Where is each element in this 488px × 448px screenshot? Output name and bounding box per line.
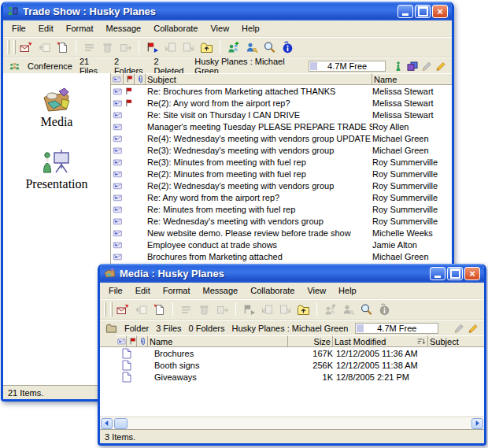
message-row[interactable]: Re(3): Wednesday's meeting with vendors …	[111, 144, 452, 156]
menu-message[interactable]: Message	[197, 284, 245, 297]
new-document-button[interactable]	[150, 302, 168, 318]
column-header-size[interactable]: Size	[288, 335, 333, 346]
sidebar-item-media[interactable]: Media	[41, 86, 73, 129]
message-row[interactable]: Re: Wednesday's meeting with vendors gro…	[111, 215, 452, 227]
column-header-name[interactable]: Name	[148, 335, 288, 346]
menu-collaborate[interactable]: Collaborate	[244, 284, 301, 297]
permissions-button[interactable]	[242, 39, 261, 56]
maximize-button[interactable]	[447, 267, 463, 280]
file-row[interactable]: Brochures167K12/12/2005 11:36 AM	[100, 347, 484, 359]
scroll-right-button[interactable]	[471, 418, 483, 429]
media-title-bar[interactable]: Media : Husky Planes ×	[100, 264, 484, 283]
permissions-button[interactable]	[339, 302, 357, 318]
menu-message[interactable]: Message	[100, 22, 148, 35]
parent-folder-button[interactable]	[294, 302, 312, 318]
menu-edit[interactable]: Edit	[129, 284, 157, 297]
trade-show-title-bar[interactable]: Trade Show : Husky Planes ×	[3, 2, 452, 20]
menu-format[interactable]: Format	[60, 22, 100, 35]
minimize-button[interactable]	[430, 267, 445, 280]
reply-original-button[interactable]	[161, 39, 179, 56]
message-row[interactable]: Brochures from Marketing attachedMichael…	[111, 250, 452, 262]
message-row[interactable]: Re(2): Wednesday's meeting with vendors …	[111, 180, 452, 191]
menu-edit[interactable]: Edit	[32, 22, 60, 35]
menu-file[interactable]: File	[6, 22, 32, 35]
close-button[interactable]: ×	[464, 267, 480, 280]
message-row[interactable]: Re(4): Wednesday's meeting with vendors …	[111, 132, 452, 144]
reply-original-button[interactable]	[258, 302, 276, 318]
message-row[interactable]: Re(2): Minutes from meeting with fuel re…	[111, 168, 452, 180]
new-message-button[interactable]	[114, 302, 132, 318]
column-header-attachment[interactable]	[135, 73, 146, 84]
pencil-yellow-icon[interactable]	[468, 323, 479, 334]
column-header-flag[interactable]	[124, 73, 135, 84]
toolbar-grip[interactable]	[110, 302, 113, 317]
message-subject: Re(3): Minutes from meeting with fuel re…	[146, 157, 372, 167]
delete-button[interactable]	[195, 302, 213, 318]
message-row[interactable]: New website demo. Please review before t…	[111, 227, 452, 239]
forward-button[interactable]	[179, 39, 198, 56]
parent-folder-button[interactable]	[198, 39, 216, 56]
menu-view[interactable]: View	[204, 22, 235, 35]
sidebar-item-label: Presentation	[25, 177, 87, 191]
column-header-envelope[interactable]	[116, 335, 127, 346]
toolbar-grip[interactable]	[104, 302, 106, 317]
column-header-subject[interactable]: Subject	[146, 73, 372, 84]
flag-toolbar-button[interactable]	[240, 302, 258, 318]
toolbar-grip[interactable]	[13, 40, 16, 54]
new-message-button[interactable]	[17, 39, 35, 56]
message-row[interactable]: Re: Brochures from Marketing attached TH…	[111, 85, 452, 97]
menu-file[interactable]: File	[102, 284, 129, 297]
menu-collaborate[interactable]: Collaborate	[147, 22, 204, 35]
message-row[interactable]: Employee conduct at trade showsJamie Alt…	[111, 239, 452, 250]
add-member-button[interactable]	[321, 302, 339, 318]
info-button[interactable]	[279, 39, 297, 56]
pencil-gray-icon[interactable]	[421, 61, 432, 72]
flag-toolbar-button[interactable]	[143, 39, 161, 56]
new-document-button[interactable]	[54, 39, 72, 56]
unsubscribe-button[interactable]	[213, 302, 231, 318]
column-header-name[interactable]: Name	[372, 73, 452, 84]
presence-icon[interactable]	[393, 61, 404, 72]
pencil-yellow-icon[interactable]	[435, 61, 446, 72]
message-row[interactable]: Re: Minutes from meeting with fuel repRo…	[111, 203, 452, 215]
menu-help[interactable]: Help	[235, 22, 266, 35]
count-segment: 21 Files	[79, 57, 107, 76]
message-sender: Roy Summerville	[372, 181, 452, 191]
menu-format[interactable]: Format	[157, 284, 197, 297]
message-row[interactable]: Re(3): Minutes from meeting with fuel re…	[111, 156, 452, 168]
info-button[interactable]	[375, 302, 394, 318]
reply-button[interactable]	[35, 39, 54, 56]
column-header-last-modified[interactable]: Last Modified	[333, 335, 428, 346]
media-toolbar	[100, 299, 484, 320]
maximize-button[interactable]	[415, 5, 431, 18]
unsubscribe-button[interactable]	[116, 39, 135, 56]
toolbar-grip[interactable]	[7, 40, 9, 54]
search-button[interactable]	[357, 302, 375, 318]
column-header-flag[interactable]	[127, 335, 137, 346]
message-row[interactable]: Re(2): Any word from the airport rep?Mel…	[111, 97, 452, 109]
file-row[interactable]: Giveaways1K12/8/2005 2:21 PM	[100, 371, 484, 383]
view-properties-button[interactable]	[80, 39, 98, 56]
delete-button[interactable]	[98, 39, 116, 56]
message-row[interactable]: Manager's meeting Tuesday PLEASE PREPARE…	[111, 120, 452, 132]
search-button[interactable]	[261, 39, 279, 56]
forward-button[interactable]	[276, 302, 294, 318]
minimize-button[interactable]	[397, 5, 413, 18]
message-row[interactable]: Re: Any word from the airport rep?Roy Su…	[111, 191, 452, 203]
reply-button[interactable]	[132, 302, 150, 318]
pages-icon[interactable]	[407, 61, 418, 72]
view-properties-button[interactable]	[177, 302, 195, 318]
pencil-gray-icon[interactable]	[453, 323, 464, 334]
column-header-attachment[interactable]	[137, 335, 148, 346]
message-row[interactable]: Re: Site visit on Thursday I CAN DRIVEMe…	[111, 109, 452, 120]
file-row[interactable]: Booth signs256K12/12/2005 11:38 AM	[100, 359, 484, 371]
close-button[interactable]: ×	[432, 5, 448, 18]
menu-help[interactable]: Help	[332, 284, 363, 297]
sidebar-item-presentation[interactable]: Presentation	[25, 148, 87, 191]
add-member-button[interactable]	[224, 39, 242, 56]
scroll-left-button[interactable]	[101, 418, 113, 429]
column-header-envelope[interactable]	[111, 73, 124, 84]
menu-view[interactable]: View	[301, 284, 332, 297]
column-header-subject[interactable]: Subject	[428, 335, 484, 346]
scrollbar-thumb[interactable]	[114, 418, 128, 429]
